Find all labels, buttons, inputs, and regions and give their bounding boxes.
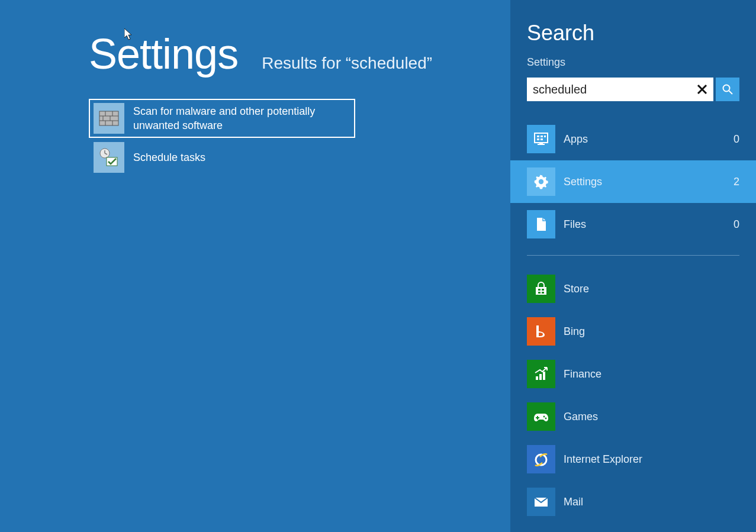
- scope-apps[interactable]: Apps 0: [510, 118, 756, 160]
- svg-point-23: [539, 179, 543, 184]
- scope-files[interactable]: Files 0: [510, 203, 756, 246]
- search-row: [527, 78, 739, 101]
- svg-rect-27: [542, 292, 544, 294]
- result-label: Scan for malware and other potentially u…: [133, 104, 350, 133]
- svg-point-34: [545, 418, 547, 420]
- store-icon: [527, 275, 555, 303]
- svg-rect-19: [537, 138, 539, 140]
- app-label: Games: [564, 411, 598, 423]
- app-label: Store: [564, 283, 589, 295]
- scope-count: 0: [734, 133, 739, 146]
- app-search-list: Store Bing Finance Games Internet Explor…: [527, 267, 739, 523]
- result-schedule-tasks[interactable]: Schedule tasks: [89, 138, 355, 177]
- scope-label: Apps: [564, 133, 725, 146]
- app-internet-explorer[interactable]: Internet Explorer: [527, 438, 739, 481]
- results-pane: Settings Results for “scheduled” S: [0, 0, 510, 532]
- scope-count: 0: [734, 218, 739, 231]
- app-store[interactable]: Store: [527, 267, 739, 310]
- search-scope-label: Settings: [527, 56, 739, 69]
- scope-settings[interactable]: Settings 2: [510, 160, 756, 203]
- gear-icon: [527, 167, 555, 196]
- bing-icon: [527, 317, 555, 346]
- scope-list: Apps 0 Settings 2 Files 0: [510, 118, 756, 246]
- mail-icon: [527, 488, 555, 516]
- svg-point-33: [543, 416, 545, 418]
- search-box: [527, 78, 713, 101]
- svg-rect-15: [535, 133, 548, 143]
- svg-rect-25: [542, 289, 544, 291]
- task-scheduler-icon: [94, 142, 124, 173]
- search-button[interactable]: [716, 78, 739, 101]
- svg-rect-20: [541, 138, 543, 140]
- result-scan-malware[interactable]: Scan for malware and other potentially u…: [89, 99, 355, 138]
- app-label: Internet Explorer: [564, 453, 642, 466]
- scope-label: Settings: [564, 176, 725, 188]
- svg-rect-22: [538, 144, 545, 145]
- svg-rect-17: [541, 136, 543, 137]
- page-title: Settings: [89, 30, 238, 78]
- svg-rect-21: [539, 143, 543, 144]
- app-games[interactable]: Games: [527, 395, 739, 438]
- svg-point-13: [723, 85, 730, 92]
- svg-rect-28: [536, 376, 538, 380]
- search-panel: Search Settings Apps 0 Settings 2: [510, 0, 756, 532]
- app-finance[interactable]: Finance: [527, 353, 739, 395]
- app-label: Bing: [564, 325, 585, 338]
- scope-label: Files: [564, 218, 725, 231]
- svg-rect-29: [539, 374, 542, 380]
- divider: [527, 255, 739, 256]
- results-subtitle: Results for “scheduled”: [262, 54, 432, 73]
- svg-line-14: [729, 91, 733, 95]
- file-icon: [527, 210, 555, 238]
- app-label: Mail: [564, 496, 583, 508]
- svg-rect-0: [99, 111, 118, 125]
- ie-icon: [527, 445, 555, 473]
- results-list: Scan for malware and other potentially u…: [89, 99, 355, 177]
- search-input[interactable]: [527, 79, 691, 100]
- svg-rect-32: [536, 417, 539, 418]
- svg-rect-18: [544, 136, 546, 137]
- svg-rect-26: [538, 292, 541, 294]
- svg-rect-24: [538, 289, 541, 291]
- games-icon: [527, 402, 555, 431]
- scope-count: 2: [734, 176, 739, 188]
- app-label: Finance: [564, 368, 601, 381]
- firewall-icon: [94, 103, 124, 134]
- finance-icon: [527, 360, 555, 388]
- app-bing[interactable]: Bing: [527, 310, 739, 353]
- clear-search-button[interactable]: [691, 78, 713, 101]
- result-label: Schedule tasks: [133, 150, 205, 165]
- app-mail[interactable]: Mail: [527, 481, 739, 523]
- results-header: Settings Results for “scheduled”: [89, 30, 510, 78]
- svg-rect-16: [537, 136, 539, 137]
- search-title: Search: [527, 21, 739, 46]
- svg-rect-30: [543, 372, 545, 380]
- apps-icon: [527, 125, 555, 153]
